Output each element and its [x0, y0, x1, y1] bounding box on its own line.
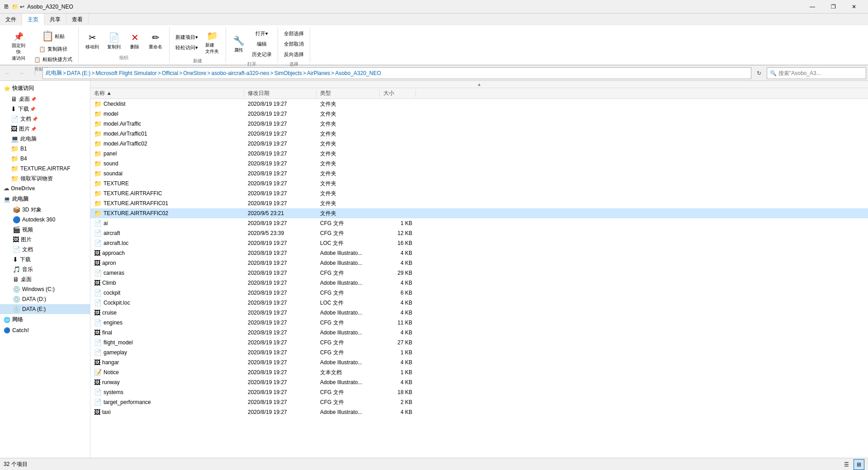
sidebar-item-downloads2[interactable]: ⬇ 下载 — [0, 254, 90, 264]
sidebar-item-texture-airtraf[interactable]: 📁 TEXTURE.AIRTRAF — [0, 164, 90, 174]
move-to-button[interactable]: ✂移动到 — [82, 31, 102, 52]
header-name[interactable]: 名称 ▲ — [90, 89, 244, 97]
maximize-button[interactable]: ❐ — [823, 0, 844, 14]
table-row[interactable]: 📁Checklist2020/8/19 19:27文件夹 — [90, 99, 868, 109]
table-row[interactable]: 🖼hangar2020/8/19 19:27Adobe Illustrato..… — [90, 357, 868, 367]
table-row[interactable]: 📄ai2020/8/19 19:27CFG 文件1 KB — [90, 218, 868, 228]
sidebar-item-b1[interactable]: 📁 B1 — [0, 144, 90, 154]
sidebar-section-this-pc[interactable]: 💻 此电脑 — [0, 193, 90, 205]
ribbon-tab-share[interactable]: 共享 — [44, 14, 66, 25]
breadcrumb-official[interactable]: Official — [162, 70, 178, 76]
search-input[interactable] — [778, 70, 863, 76]
sidebar-item-video[interactable]: 🎬 视频 — [0, 225, 90, 235]
open-button[interactable]: 打开▾ — [250, 29, 274, 38]
sidebar-section-catch[interactable]: 🔵 Catch! — [0, 325, 90, 335]
minimize-button[interactable]: — — [802, 0, 823, 14]
forward-button[interactable]: → — [15, 67, 27, 79]
copy-path-button[interactable]: 📋复制路径 — [32, 44, 75, 54]
address-box[interactable]: 此电脑 > DATA (E:) > Microsoft Flight Simul… — [42, 67, 751, 79]
sidebar-section-quick-access[interactable]: ⭐ 快速访问 — [0, 83, 90, 94]
table-row[interactable]: 📁model.AirTraffic2020/8/19 19:27文件夹 — [90, 119, 868, 129]
up-button[interactable]: ↑ — [29, 67, 41, 79]
breadcrumb-current[interactable]: Asobo_A320_NEO — [335, 70, 381, 76]
sidebar-item-windows-c[interactable]: 💿 Windows (C:) — [0, 284, 90, 294]
table-row[interactable]: 📄cameras2020/8/19 19:27CFG 文件29 KB — [90, 268, 868, 278]
close-button[interactable]: ✕ — [844, 0, 864, 14]
pin-to-quick-access-button[interactable]: 📌 固定到快速访问 — [7, 30, 30, 63]
sidebar-item-documents2[interactable]: 📄 文档 — [0, 244, 90, 254]
table-row[interactable]: 📁model2020/8/19 19:27文件夹 — [90, 109, 868, 119]
sidebar-item-downloads[interactable]: ⬇ 下载 📌 — [0, 104, 90, 114]
search-box[interactable]: 🔍 — [767, 67, 866, 79]
sidebar-item-data-e[interactable]: 💿 DATA (E:) — [0, 304, 90, 314]
table-row[interactable]: 📄target_performance2020/8/19 19:27CFG 文件… — [90, 397, 868, 407]
table-row[interactable]: 📄cockpit2020/8/19 19:27CFG 文件6 KB — [90, 288, 868, 298]
breadcrumb-asobo[interactable]: asobo-aircraft-a320-neo — [212, 70, 269, 76]
ribbon-tab-file[interactable]: 文件 — [0, 14, 22, 25]
icon-1[interactable]: 📁 — [12, 4, 19, 10]
table-row[interactable]: 📄flight_model2020/8/19 19:27CFG 文件27 KB — [90, 338, 868, 348]
table-row[interactable]: 📁TEXTURE.AIRTRAFFIC012020/8/19 19:27文件夹 — [90, 198, 868, 208]
paste-shortcut-button[interactable]: 📋粘贴快捷方式 — [32, 55, 75, 64]
table-row[interactable]: 📄Cockpit.loc2020/8/19 19:27LOC 文件4 KB — [90, 298, 868, 308]
properties-button[interactable]: 🔧属性 — [230, 34, 248, 55]
breadcrumb-data-e[interactable]: DATA (E:) — [67, 70, 90, 76]
table-row[interactable]: 📁model.AirTraffic022020/8/19 19:27文件夹 — [90, 139, 868, 149]
header-date[interactable]: 修改日期 — [244, 89, 316, 97]
history-button[interactable]: 历史记录 — [250, 50, 274, 59]
table-row[interactable]: 📁model.AirTraffic012020/8/19 19:27文件夹 — [90, 129, 868, 139]
sidebar-item-documents[interactable]: 📄 文档 📌 — [0, 114, 90, 124]
breadcrumb-pc[interactable]: 此电脑 — [46, 69, 62, 77]
sidebar-section-onedrive[interactable]: ☁ OneDrive — [0, 183, 90, 193]
sidebar-item-autodesk[interactable]: 🔵 Autodesk 360 — [0, 215, 90, 225]
table-row[interactable]: 🖼approach2020/8/19 19:27Adobe Illustrato… — [90, 248, 868, 258]
table-row[interactable]: 📄aircraft.loc2020/8/19 19:27LOC 文件16 KB — [90, 238, 868, 248]
table-row[interactable]: 📁sound2020/8/19 19:27文件夹 — [90, 159, 868, 169]
table-row[interactable]: 🖼taxi2020/8/19 19:27Adobe Illustrato...4… — [90, 407, 868, 417]
table-row[interactable]: 📄gameplay2020/8/19 19:27CFG 文件1 KB — [90, 348, 868, 357]
delete-button[interactable]: ✕删除 — [126, 31, 144, 52]
back-button[interactable]: ← — [2, 67, 14, 79]
refresh-button[interactable]: ↻ — [753, 67, 765, 79]
header-type[interactable]: 类型 — [316, 89, 380, 97]
header-size[interactable]: 大小 — [380, 89, 416, 97]
sidebar-item-b4[interactable]: 📁 B4 — [0, 154, 90, 164]
breadcrumb-simobj[interactable]: SimObjects — [274, 70, 302, 76]
sidebar-item-pictures[interactable]: 🖼 图片 📌 — [0, 124, 90, 134]
sidebar-section-network[interactable]: 🌐 网络 — [0, 314, 90, 325]
table-row[interactable]: 🖼cruise2020/8/19 19:27Adobe Illustrato..… — [90, 308, 868, 318]
rename-button[interactable]: ✏重命名 — [146, 31, 165, 52]
table-row[interactable]: 📁TEXTURE.AIRTRAFFIC022020/9/5 23:21文件夹 — [90, 208, 868, 218]
sidebar-item-resources[interactable]: 📁 领取军训物资 — [0, 174, 90, 183]
paste-button[interactable]: 📋 粘贴 — [32, 29, 75, 43]
table-row[interactable]: 📄aircraft2020/9/5 23:39CFG 文件12 KB — [90, 228, 868, 238]
breadcrumb-onestore[interactable]: OneStore — [183, 70, 206, 76]
table-row[interactable]: 🖼apron2020/8/19 19:27Adobe Illustrato...… — [90, 258, 868, 268]
list-view-button[interactable]: ☰ — [841, 459, 852, 470]
sidebar-item-music[interactable]: 🎵 音乐 — [0, 264, 90, 274]
select-all-button[interactable]: 全部选择 — [282, 29, 306, 38]
table-row[interactable]: 📝Notice2020/8/19 19:27文本文档1 KB — [90, 367, 868, 377]
table-row[interactable]: 📁soundai2020/8/19 19:27文件夹 — [90, 169, 868, 179]
copy-to-button[interactable]: 📄复制到 — [104, 31, 124, 52]
table-row[interactable]: 🖼runway2020/8/19 19:27Adobe Illustrato..… — [90, 377, 868, 387]
new-item-button[interactable]: 新建项目▾ — [173, 33, 200, 42]
easy-access-button[interactable]: 轻松访问▾ — [173, 43, 200, 52]
sidebar-item-data-d[interactable]: 💿 DATA (D:) — [0, 294, 90, 304]
ribbon-tab-view[interactable]: 查看 — [66, 14, 89, 25]
table-row[interactable]: 📄systems2020/8/19 19:27CFG 文件18 KB — [90, 387, 868, 397]
edit-button[interactable]: 编辑 — [250, 39, 274, 49]
table-row[interactable]: 📁panel2020/8/19 19:27文件夹 — [90, 149, 868, 159]
sidebar-item-3d[interactable]: 📦 3D 对象 — [0, 205, 90, 215]
table-row[interactable]: 🖼final2020/8/19 19:27Adobe Illustrato...… — [90, 328, 868, 338]
sidebar-item-desktop[interactable]: 🖥 桌面 📌 — [0, 94, 90, 104]
breadcrumb-airplanes[interactable]: AirPlanes — [307, 70, 330, 76]
select-none-button[interactable]: 全部取消 — [282, 39, 306, 49]
new-folder-button[interactable]: 📁新建文件夹 — [202, 29, 222, 56]
table-row[interactable]: 📄engines2020/8/19 19:27CFG 文件11 KB — [90, 318, 868, 328]
table-row[interactable]: 📁TEXTURE2020/8/19 19:27文件夹 — [90, 179, 868, 188]
invert-selection-button[interactable]: 反向选择 — [282, 50, 306, 59]
sidebar-item-this-pc-quick[interactable]: 💻 此电脑 — [0, 134, 90, 144]
table-row[interactable]: 📁TEXTURE.AIRTRAFFIC2020/8/19 19:27文件夹 — [90, 188, 868, 198]
table-row[interactable]: 🖼Climb2020/8/19 19:27Adobe Illustrato...… — [90, 278, 868, 288]
